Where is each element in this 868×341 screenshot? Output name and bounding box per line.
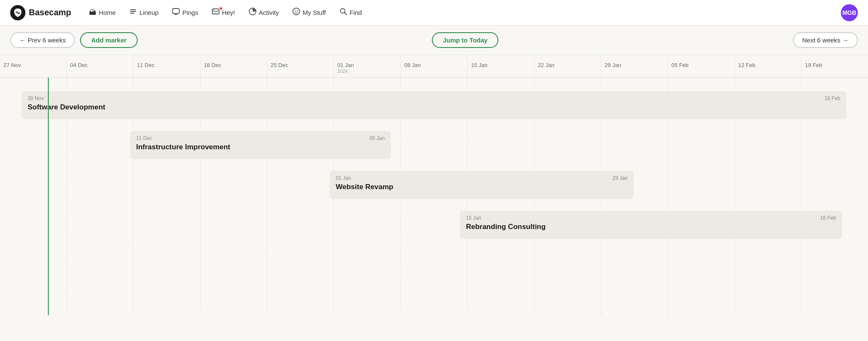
- date-col-05-Feb: 05 Feb: [668, 55, 734, 77]
- timeline-container: 27 Nov04 Dec11 Dec18 Dec25 Dec01 Jan2024…: [0, 55, 868, 315]
- toolbar-left: ← Prev 6 weeks Add marker: [10, 32, 138, 48]
- nav-items: 🏔 Home Lineup Pings Hey! Activ: [83, 4, 839, 21]
- nav-hey[interactable]: Hey!: [206, 4, 241, 21]
- date-col-19-Feb: 19 Feb: [801, 55, 868, 77]
- gantt-bar-rebranding[interactable]: 15 Jan 16 Feb Rebranding Consulting: [460, 211, 842, 239]
- svg-point-9: [297, 10, 298, 11]
- nav-lineup[interactable]: Lineup: [123, 4, 164, 21]
- home-icon: 🏔: [89, 8, 96, 17]
- chart-area: 30 Nov 16 Feb Software Development 11 De…: [0, 78, 868, 315]
- date-col-04-Dec: 04 Dec: [67, 55, 134, 77]
- date-header-row: 27 Nov04 Dec11 Dec18 Dec25 Dec01 Jan2024…: [0, 55, 868, 78]
- bar-start-label: 15 Jan: [466, 215, 481, 221]
- bar-title: Infrastructure Improvement: [136, 143, 384, 151]
- svg-rect-4: [172, 8, 179, 14]
- bar-end-label: 05 Jan: [370, 135, 385, 141]
- next-weeks-button[interactable]: Next 6 weeks →: [793, 32, 858, 48]
- nav-find[interactable]: Find: [334, 4, 368, 21]
- date-col-01-Jan: 01 Jan2024: [334, 55, 401, 77]
- bar-end-label: 16 Feb: [820, 215, 836, 221]
- bar-start-label: 30 Nov: [28, 95, 44, 101]
- mystuff-icon: [292, 8, 300, 17]
- bar-start-label: 01 Jan: [336, 175, 351, 181]
- toolbar: ← Prev 6 weeks Add marker Jump to Today …: [0, 25, 868, 55]
- pings-icon: [172, 8, 180, 17]
- bar-end-label: 29 Jan: [612, 175, 628, 181]
- gantt-row-software-dev[interactable]: 30 Nov 16 Feb Software Development: [0, 86, 868, 124]
- nav-activity[interactable]: Activity: [243, 4, 285, 21]
- svg-point-8: [295, 10, 295, 11]
- nav-home[interactable]: 🏔 Home: [83, 5, 122, 20]
- jump-to-today-button[interactable]: Jump to Today: [432, 32, 499, 48]
- date-col-25-Dec: 25 Dec: [267, 55, 334, 77]
- nav-mystuff[interactable]: My Stuff: [287, 4, 332, 21]
- svg-line-11: [344, 13, 346, 15]
- gantt-bar-software-dev[interactable]: 30 Nov 16 Feb Software Development: [22, 91, 846, 119]
- bar-start-label: 11 Dec: [136, 135, 152, 141]
- date-col-27-Nov: 27 Nov: [0, 55, 67, 77]
- navbar: Basecamp 🏔 Home Lineup Pings Hey!: [0, 0, 868, 25]
- date-col-18-Dec: 18 Dec: [200, 55, 267, 77]
- bar-title: Rebranding Consulting: [466, 223, 836, 231]
- toolbar-right: Next 6 weeks →: [793, 32, 858, 48]
- svg-point-7: [293, 8, 300, 15]
- app-name: Basecamp: [29, 8, 71, 17]
- gantt-bar-infra-improvement[interactable]: 11 Dec 05 Jan Infrastructure Improvement: [130, 131, 390, 159]
- bar-title: Software Development: [28, 103, 840, 112]
- date-col-22-Jan: 22 Jan: [534, 55, 601, 77]
- bar-end-label: 16 Feb: [824, 95, 840, 101]
- gantt-row-infra-improvement[interactable]: 11 Dec 05 Jan Infrastructure Improvement: [0, 126, 868, 164]
- add-marker-button[interactable]: Add marker: [80, 32, 137, 48]
- gantt-row-rebranding[interactable]: 15 Jan 16 Feb Rebranding Consulting: [0, 206, 868, 244]
- find-icon: [339, 8, 347, 17]
- bar-title: Website Revamp: [336, 183, 628, 191]
- nav-pings[interactable]: Pings: [166, 4, 204, 21]
- toolbar-center: Jump to Today: [138, 32, 793, 48]
- app-logo[interactable]: Basecamp: [10, 5, 71, 20]
- date-col-29-Jan: 29 Jan: [601, 55, 668, 77]
- hey-icon: [212, 8, 220, 17]
- svg-rect-5: [212, 9, 219, 14]
- gantt-row-website-revamp[interactable]: 01 Jan 29 Jan Website Revamp: [0, 166, 868, 204]
- today-line: [48, 78, 49, 315]
- avatar[interactable]: MGB: [841, 4, 858, 21]
- gantt-rows: 30 Nov 16 Feb Software Development 11 De…: [0, 86, 868, 244]
- date-col-08-Jan: 08 Jan: [401, 55, 467, 77]
- date-col-15-Jan: 15 Jan: [467, 55, 534, 77]
- gantt-bar-website-revamp[interactable]: 01 Jan 29 Jan Website Revamp: [330, 171, 634, 199]
- prev-weeks-button[interactable]: ← Prev 6 weeks: [10, 32, 75, 48]
- activity-icon: [249, 8, 256, 17]
- hey-notification-dot: [219, 6, 223, 11]
- date-col-11-Dec: 11 Dec: [133, 55, 200, 77]
- date-col-12-Feb: 12 Feb: [734, 55, 801, 77]
- lineup-icon: [129, 8, 137, 17]
